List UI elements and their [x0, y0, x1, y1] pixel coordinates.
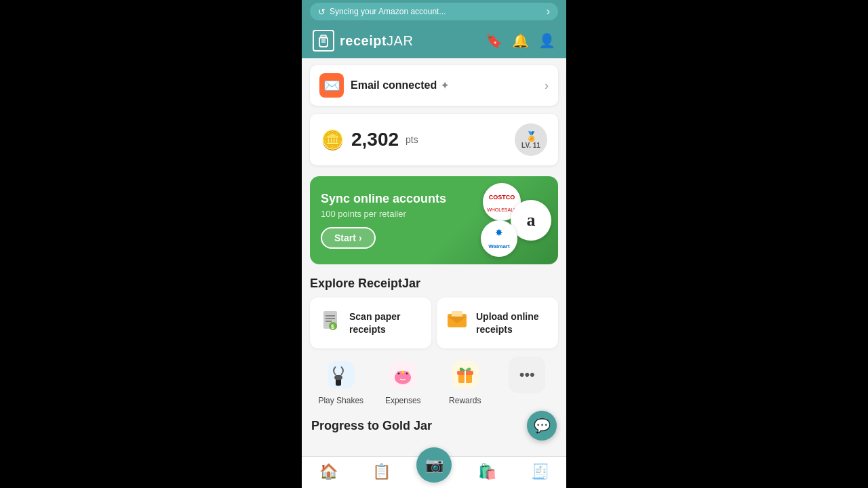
- phone-container: ↺ Syncing your Amazon account... › recei…: [302, 0, 566, 488]
- email-connected-label: Email connected: [351, 79, 437, 92]
- play-shakes-item[interactable]: Play Shakes: [310, 357, 372, 405]
- nav-history[interactable]: 🧾: [513, 463, 566, 481]
- header: receiptJAR 🔖 🔔 👤: [302, 23, 566, 58]
- chat-icon: 💬: [534, 418, 551, 434]
- explore-top-row: $ Scan paper receipts Upload online rece…: [310, 298, 558, 348]
- home-icon: 🏠: [319, 463, 338, 481]
- nav-receipts[interactable]: 📋: [355, 463, 408, 481]
- walmart-logo: ✸ Walmart: [481, 220, 517, 257]
- sync-banner[interactable]: ↺ Syncing your Amazon account... ›: [310, 3, 558, 20]
- play-shakes-label: Play Shakes: [318, 396, 363, 405]
- scan-camera-icon: 📷: [425, 456, 443, 474]
- scan-button[interactable]: 📷: [416, 447, 452, 483]
- scan-receipts-card[interactable]: $ Scan paper receipts: [310, 298, 431, 348]
- nav-shop[interactable]: 🛍️: [460, 463, 513, 481]
- coins-icon: 🪙: [321, 129, 344, 151]
- receipts-icon: 📋: [372, 463, 391, 481]
- email-connected-card[interactable]: ✉️ Email connected ✦ ›: [310, 65, 558, 106]
- svg-point-22: [406, 373, 408, 375]
- sync-banner-text: Syncing your Amazon account...: [330, 7, 542, 16]
- email-left: ✉️ Email connected ✦: [319, 73, 449, 98]
- sync-subtitle: 100 points per retailer: [321, 209, 456, 219]
- points-card: 🪙 2,302 pts 🏅 LV. 11: [310, 114, 558, 165]
- retailers-container: COSTCO WHOLESALE a ✸ Walmart: [477, 183, 551, 258]
- chat-fab-button[interactable]: 💬: [527, 411, 557, 441]
- quick-actions-row: Play Shakes Expenses: [310, 354, 558, 411]
- level-icon: 🏅: [526, 131, 537, 142]
- rewards-label: Rewards: [449, 396, 481, 405]
- email-chevron-icon: ›: [545, 79, 549, 93]
- expenses-icon: [384, 357, 421, 393]
- more-item[interactable]: •••: [496, 357, 559, 405]
- svg-point-15: [334, 375, 342, 380]
- bell-icon[interactable]: 🔔: [512, 33, 529, 49]
- shop-icon: 🛍️: [478, 463, 496, 481]
- start-chevron-icon: ›: [359, 232, 362, 243]
- sync-icon: ↺: [318, 7, 326, 17]
- email-icon: ✉️: [319, 73, 344, 98]
- expenses-label: Expenses: [385, 396, 421, 405]
- nav-scan[interactable]: 📷: [408, 461, 460, 483]
- nav-home[interactable]: 🏠: [302, 463, 355, 481]
- start-label: Start: [334, 232, 356, 243]
- expenses-item[interactable]: Expenses: [372, 357, 435, 405]
- points-label: pts: [406, 134, 418, 145]
- rewards-icon: [447, 357, 484, 393]
- play-shakes-icon: [323, 357, 359, 393]
- rewards-item[interactable]: Rewards: [434, 357, 496, 405]
- svg-text:$: $: [331, 323, 334, 330]
- email-connected-text: Email connected ✦: [351, 79, 449, 92]
- bookmark-icon[interactable]: 🔖: [486, 33, 502, 49]
- more-icon: •••: [509, 357, 545, 393]
- bottom-nav: 🏠 📋 📷 🛍️ 🧾: [302, 456, 566, 488]
- user-icon[interactable]: 👤: [538, 33, 555, 49]
- level-badge: 🏅 LV. 11: [515, 123, 547, 156]
- history-icon: 🧾: [531, 463, 549, 481]
- upload-receipts-card[interactable]: Upload online receipts: [437, 298, 558, 348]
- scan-label: Scan paper receipts: [349, 310, 423, 335]
- logo-area: receiptJAR: [313, 30, 413, 52]
- sync-accounts-card: Sync online accounts 100 points per reta…: [310, 176, 558, 264]
- logo-text: receiptJAR: [340, 33, 413, 49]
- scan-icon: $: [318, 308, 342, 338]
- explore-title: Explore ReceiptJar: [310, 277, 558, 291]
- points-value: 2,302: [351, 129, 399, 150]
- svg-point-20: [401, 371, 404, 373]
- level-text: LV. 11: [521, 142, 540, 149]
- start-button[interactable]: Start ›: [321, 227, 376, 249]
- svg-rect-12: [452, 311, 462, 317]
- sync-title: Sync online accounts: [321, 192, 456, 206]
- explore-section: Explore ReceiptJar $ Scan paper receipts: [302, 270, 566, 415]
- upload-label: Upload online receipts: [476, 310, 550, 335]
- jar-icon: [313, 30, 334, 52]
- sparkle-icon: ✦: [441, 80, 449, 91]
- sync-chevron: ›: [547, 5, 550, 18]
- points-left: 🪙 2,302 pts: [321, 129, 418, 151]
- upload-icon: [445, 308, 469, 338]
- top-bar: ↺ Syncing your Amazon account... ›: [302, 0, 566, 23]
- svg-point-21: [398, 373, 400, 375]
- header-icons: 🔖 🔔 👤: [486, 33, 555, 49]
